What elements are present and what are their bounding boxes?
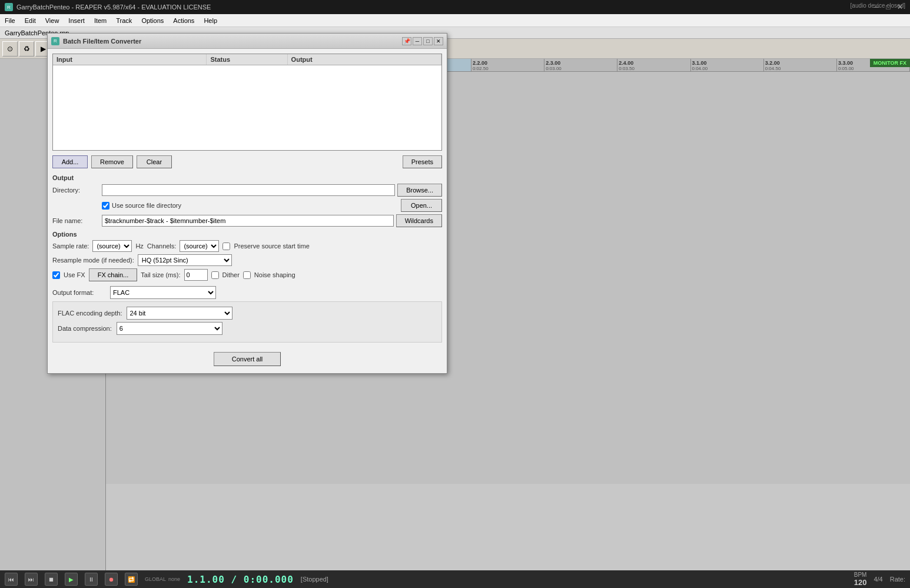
output-section: Output Directory: Browse... Use source f… [52,174,442,227]
menu-file[interactable]: File [0,16,20,25]
add-button[interactable]: Add... [52,155,88,168]
use-fx-checkbox[interactable] [52,271,60,279]
open-button[interactable]: Open... [401,199,442,212]
ruler-mark-9: 3.1.00 0:04.00 [691,59,764,71]
time-display: 1.1.00 / 0:00.000 [187,574,294,585]
noise-shaping-checkbox[interactable] [243,271,251,279]
bpm-value: 120 [854,578,867,587]
dialog-title-bar: R Batch File/Item Converter 📌 ─ □ ✕ [48,34,447,49]
col-input: Input [53,54,207,65]
file-list[interactable]: Input Status Output [52,54,442,151]
directory-input[interactable] [102,184,395,196]
clear-button[interactable]: Clear [137,155,172,168]
record-button[interactable]: ⏺ [105,573,118,586]
stop-button[interactable]: ⏹ [45,573,58,586]
output-format-row: Output format: FLAC WAV MP3 OGG AIFF [52,286,442,299]
channels-label: Channels: [147,242,177,250]
fx-row: Use FX FX chain... Tail size (ms): Dithe… [52,268,442,281]
col-output: Output [288,54,441,65]
noise-shaping-label[interactable]: Noise shaping [254,271,295,278]
filename-row: File name: Wildcards [52,214,442,227]
title-bar: R GarryBatchPenteo - REAPER v5.987/x64 -… [0,0,910,14]
status-bar: ⏮ ⏭ ⏹ ▶ ⏸ ⏺ 🔁 GLOBAL none 1.1.00 / 0:00.… [0,570,910,588]
sample-rate-row: Sample rate: (source) 44100 48000 88200 … [52,240,442,252]
global-section: GLOBAL none [145,576,180,582]
encoding-depth-label: FLAC encoding depth: [58,310,122,317]
ruler-mark-10: 3.2.00 0:04.50 [764,59,837,71]
app-icon: R [5,3,13,11]
encoding-depth-select[interactable]: 16 bit 24 bit 32 bit [127,307,233,320]
output-format-select[interactable]: FLAC WAV MP3 OGG AIFF [110,286,216,299]
bpm-section: BPM 120 [854,572,867,587]
compression-select[interactable]: 012 345 678 [117,322,222,335]
dialog-content: Input Status Output Add... Remove Clear … [48,49,447,373]
presets-button[interactable]: Presets [403,155,442,168]
menu-actions[interactable]: Actions [168,16,199,25]
bpm-label: BPM [854,572,867,578]
hz-label: Hz [135,242,143,250]
menu-edit[interactable]: Edit [20,16,41,25]
use-fx-label[interactable]: Use FX [64,271,85,278]
col-status: Status [207,54,287,65]
channels-select[interactable]: (source) 1 2 [180,240,219,252]
menu-options[interactable]: Options [137,16,168,25]
convert-all-button[interactable]: Convert all [214,352,281,366]
dialog-pin-button[interactable]: 📌 [402,37,411,45]
resample-select[interactable]: HQ (512pt Sinc) Medium Low [138,254,232,266]
fx-chain-button[interactable]: FX chain... [89,268,138,281]
toolbar-btn-2[interactable]: ♻ [19,41,34,57]
use-source-checkbox[interactable] [102,202,109,210]
menu-bar: File Edit View Insert Item Track Options… [0,14,910,27]
preserve-start-label[interactable]: Preserve source start time [234,242,309,250]
toolbar-btn-1[interactable]: ⊙ [2,41,18,57]
menu-insert[interactable]: Insert [64,16,89,25]
browse-button[interactable]: Browse... [397,184,442,197]
options-section-label: Options [52,231,442,238]
stopped-badge: [Stopped] [301,576,328,583]
output-section-label: Output [52,174,442,181]
directory-row: Directory: Browse... [52,184,442,197]
filename-input[interactable] [102,215,394,227]
action-buttons-row: Add... Remove Clear Presets [52,155,442,168]
dither-label[interactable]: Dither [222,271,240,278]
monitor-fx-badge[interactable]: MONITOR FX [870,59,910,67]
use-source-label[interactable]: Use source file directory [112,202,181,209]
preserve-start-checkbox[interactable] [222,242,230,250]
compression-label: Data compression: [58,325,112,332]
menu-item[interactable]: Item [89,16,111,25]
dialog-maximize-button[interactable]: □ [423,37,433,45]
menu-view[interactable]: View [41,16,64,25]
dialog-icon: R [51,37,59,45]
time-sig: 4/4 [874,576,882,583]
tail-size-input[interactable] [184,269,208,281]
sample-rate-select[interactable]: (source) 44100 48000 88200 96000 [92,240,132,252]
ruler-mark-6: 2.2.00 0:02.50 [471,59,544,71]
menu-help[interactable]: Help [199,16,222,25]
dialog-batch-converter: R Batch File/Item Converter 📌 ─ □ ✕ Inpu… [47,33,447,374]
file-list-header: Input Status Output [53,54,441,65]
output-format-label: Output format: [52,289,105,296]
loop-button[interactable]: 🔁 [125,573,138,586]
global-label: GLOBAL [145,576,166,582]
dialog-title-text: Batch File/Item Converter [63,38,141,45]
format-section: Output format: FLAC WAV MP3 OGG AIFF FLA… [52,286,442,343]
sample-rate-label: Sample rate: [52,242,89,250]
dialog-minimize-button[interactable]: ─ [413,37,422,45]
directory-label: Directory: [52,187,99,194]
dialog-close-button[interactable]: ✕ [434,37,443,45]
ruler-mark-7: 2.3.00 0:03.00 [544,59,617,71]
convert-all-row: Convert all [52,352,442,366]
go-to-end-button[interactable]: ⏭ [25,573,38,586]
go-to-start-button[interactable]: ⏮ [5,573,18,586]
compression-row: Data compression: 012 345 678 [58,322,437,335]
resample-row: Resample mode (if needed): HQ (512pt Sin… [52,254,442,266]
menu-track[interactable]: Track [111,16,137,25]
none-label: none [168,576,180,582]
dither-checkbox[interactable] [211,271,219,279]
encoding-depth-row: FLAC encoding depth: 16 bit 24 bit 32 bi… [58,307,437,320]
wildcards-button[interactable]: Wildcards [396,214,442,227]
pause-button[interactable]: ⏸ [85,573,98,586]
remove-button[interactable]: Remove [91,155,133,168]
rate-label: Rate: [890,576,905,583]
play-button[interactable]: ▶ [65,573,78,586]
